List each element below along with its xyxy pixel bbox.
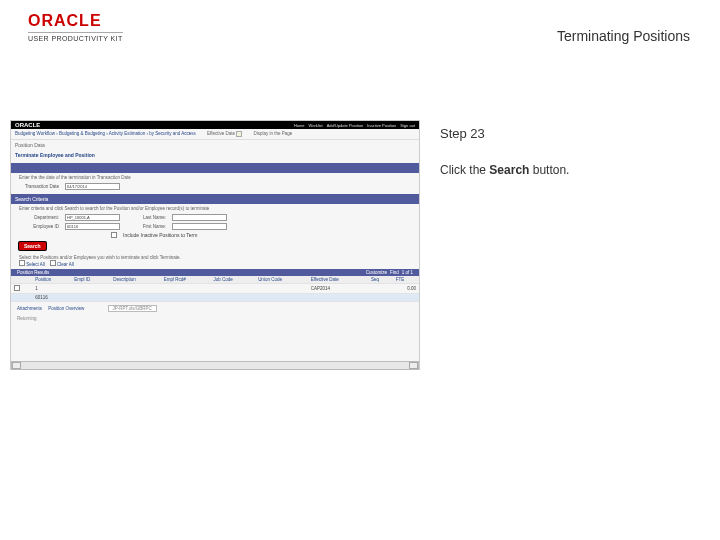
results-bar: Position Results Customize Find 1 of 1: [11, 269, 419, 276]
table-row[interactable]: 1 CAP2014 0.00: [11, 284, 419, 294]
checkbox-icon[interactable]: [236, 131, 242, 137]
customize-link[interactable]: Customize: [366, 270, 387, 275]
desc-bold: Search: [489, 163, 529, 177]
footer-links: Attachments Position Overview JP-RPT.xls…: [11, 302, 419, 324]
col: Seq: [368, 276, 393, 284]
cell: [71, 294, 110, 302]
cell: [210, 294, 255, 302]
instruction-panel: Step 23 Click the Search button.: [440, 126, 690, 177]
logo-subtitle: USER PRODUCTIVITY KIT: [28, 32, 123, 42]
transaction-date-row: Transaction Date 04/17/2014: [11, 182, 419, 191]
menu-item[interactable]: Home: [294, 123, 305, 128]
cell: [308, 294, 368, 302]
logo-word: ORACLE: [28, 12, 123, 30]
overview-value: JP-RPT.xls/GBRPC: [108, 305, 157, 312]
cell: 0.00: [393, 284, 419, 294]
cell: [161, 284, 211, 294]
desc-post: button.: [529, 163, 569, 177]
page-indicator: 1 of 1: [402, 270, 413, 275]
col: FTE: [393, 276, 419, 284]
menu-item[interactable]: Add/Update Position: [327, 123, 363, 128]
step-label: Step 23: [440, 126, 690, 141]
horizontal-scrollbar[interactable]: [11, 361, 419, 370]
search-button[interactable]: Search: [19, 242, 46, 250]
section-label: Position Data: [11, 140, 419, 150]
table-row[interactable]: 60116: [11, 294, 419, 302]
col: [11, 276, 32, 284]
desc-pre: Click the: [440, 163, 489, 177]
cell: [210, 284, 255, 294]
select-instructions: Select the Positions and/or Employees yo…: [11, 253, 419, 269]
firstname-label: First Name:: [126, 224, 166, 229]
select-desc: Select the Positions and/or Employees yo…: [19, 255, 181, 260]
menu-item[interactable]: Worklist: [309, 123, 323, 128]
page-title: Terminating Positions: [557, 28, 690, 44]
step-description: Click the Search button.: [440, 163, 690, 177]
col: Description: [110, 276, 161, 284]
cell: [255, 294, 308, 302]
date-instructions: Enter the the date of the termination in…: [11, 173, 419, 182]
employee-id-label: Employee ID: [19, 224, 59, 229]
lastname-input[interactable]: [172, 214, 227, 221]
employee-id-input[interactable]: 60116: [65, 223, 120, 230]
cell: CAP2014: [308, 284, 368, 294]
col: Job Code: [210, 276, 255, 284]
menu-item[interactable]: Inactive Position: [367, 123, 396, 128]
table-header-row: Position Empl ID Description Empl Rcd# J…: [11, 276, 419, 284]
cell: [368, 284, 393, 294]
col: Effective Date: [308, 276, 368, 284]
form-bar: [11, 163, 419, 173]
page: ORACLE USER PRODUCTIVITY KIT Terminating…: [0, 0, 720, 540]
page-heading: Terminate Employee and Position: [11, 150, 419, 160]
header: ORACLE USER PRODUCTIVITY KIT Terminating…: [0, 0, 720, 48]
clear-all-link[interactable]: Clear All: [57, 262, 74, 267]
row-checkbox[interactable]: [14, 285, 20, 291]
lastname-label: Last Name:: [126, 215, 166, 220]
brand-logo: ORACLE USER PRODUCTIVITY KIT: [28, 12, 123, 42]
cell: [161, 294, 211, 302]
app-topbar: ORACLE Home Worklist Add/Update Position…: [11, 121, 419, 129]
department-label: Department:: [19, 215, 59, 220]
cell: 1: [32, 284, 71, 294]
criteria-row-3: Include Inactive Positions to Term: [11, 231, 419, 239]
checkbox-icon[interactable]: [19, 260, 25, 266]
criteria-row-2: Employee ID 60116 First Name:: [11, 222, 419, 231]
app-brand: ORACLE: [15, 122, 40, 128]
results-table: Position Empl ID Description Empl Rcd# J…: [11, 276, 419, 302]
breadcrumb-text: Budgeting Workflow › Budgeting & Budgeti…: [15, 131, 196, 136]
transaction-date-input[interactable]: 04/17/2014: [65, 183, 120, 190]
cell: [110, 284, 161, 294]
col: Position: [32, 276, 71, 284]
cell: [110, 294, 161, 302]
breadcrumb: Budgeting Workflow › Budgeting & Budgeti…: [11, 129, 419, 140]
find-link[interactable]: Find: [390, 270, 399, 275]
include-inactive-checkbox[interactable]: [111, 232, 117, 238]
cell: [368, 294, 393, 302]
cell: [71, 284, 110, 294]
cell: 60116: [32, 294, 71, 302]
scroll-left-button[interactable]: [12, 362, 21, 369]
scroll-right-button[interactable]: [409, 362, 418, 369]
include-inactive-label: Include Inactive Positions to Term: [123, 232, 197, 238]
position-overview-link[interactable]: Position Overview: [48, 306, 84, 311]
display-in-page-label: Display in the Page: [254, 131, 293, 136]
effective-date-label: Effective Date: [207, 131, 235, 136]
app-menu: Home Worklist Add/Update Position Inacti…: [294, 123, 415, 128]
app-screenshot: ORACLE Home Worklist Add/Update Position…: [10, 120, 420, 370]
search-criteria-bar: Search Criteria: [11, 194, 419, 204]
checkbox-icon[interactable]: [50, 260, 56, 266]
scroll-track[interactable]: [21, 362, 409, 369]
search-instructions: Enter criteria and click Search to searc…: [11, 204, 419, 213]
department-input[interactable]: HP_10001.A: [65, 214, 120, 221]
cell: [255, 284, 308, 294]
col: Empl ID: [71, 276, 110, 284]
firstname-input[interactable]: [172, 223, 227, 230]
menu-item[interactable]: Sign out: [400, 123, 415, 128]
attachments-link[interactable]: Attachments: [17, 306, 42, 311]
cell: [393, 294, 419, 302]
col: Union Code: [255, 276, 308, 284]
col: Empl Rcd#: [161, 276, 211, 284]
returning-label: Returning: [17, 316, 413, 321]
select-all-link[interactable]: Select All: [26, 262, 45, 267]
cell: [11, 294, 32, 302]
